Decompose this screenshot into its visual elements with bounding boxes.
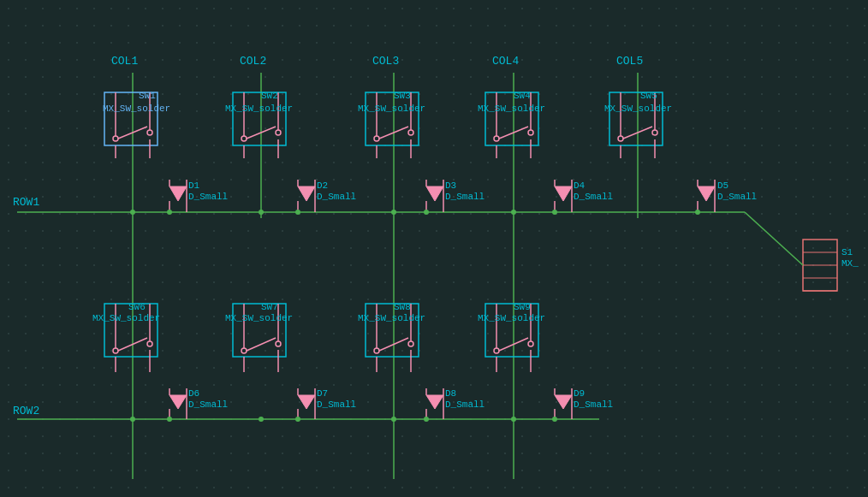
svg-point-33 <box>528 130 533 135</box>
row1-label: ROW1 <box>13 196 39 209</box>
sw3-model-label: MX_SW_solder <box>358 104 425 114</box>
svg-line-93 <box>247 338 276 351</box>
schematic-canvas: COL1 COL2 COL3 COL4 COL5 ROW1 ROW2 SW1 M… <box>0 0 868 497</box>
svg-point-155 <box>511 417 516 422</box>
svg-point-152 <box>130 417 135 422</box>
svg-point-154 <box>391 417 396 422</box>
svg-point-32 <box>494 136 499 141</box>
svg-point-74 <box>552 210 557 215</box>
svg-point-16 <box>241 136 247 141</box>
d2-model-label: D_Small <box>317 192 356 202</box>
switch-sw1[interactable] <box>104 92 158 158</box>
sw2-model-label: MX_SW_solder <box>225 104 293 114</box>
sw4-ref-label: SW4 <box>514 91 531 101</box>
switch-sw4[interactable] <box>485 92 538 158</box>
svg-marker-47 <box>169 186 187 201</box>
d5-ref-label: D5 <box>717 180 728 191</box>
switch-sw2[interactable] <box>233 92 286 158</box>
sw2-ref-label: SW2 <box>261 91 278 101</box>
svg-point-127 <box>295 417 300 422</box>
sw9-ref-label: SW9 <box>514 302 531 312</box>
svg-point-8 <box>113 136 118 141</box>
svg-marker-121 <box>298 395 315 409</box>
col4-label: COL4 <box>492 55 519 68</box>
svg-marker-61 <box>426 186 443 201</box>
svg-point-148 <box>130 210 135 215</box>
row2-label: ROW2 <box>13 405 39 417</box>
d1-ref-label: D1 <box>188 180 200 191</box>
sw5-ref-label: SW5 <box>640 91 657 101</box>
svg-point-67 <box>424 210 429 215</box>
svg-point-92 <box>276 341 281 346</box>
d1-model-label: D_Small <box>188 192 228 202</box>
svg-point-60 <box>295 210 300 215</box>
svg-point-40 <box>618 136 623 141</box>
sw6-ref-label: SW6 <box>128 302 146 312</box>
sw3-ref-label: SW3 <box>394 91 411 101</box>
svg-point-134 <box>424 417 429 422</box>
d3-model-label: D_Small <box>445 192 485 202</box>
sw8-ref-label: SW8 <box>394 302 411 312</box>
sw1-model-label: MX_SW_solder <box>103 104 170 114</box>
schematic-svg: COL1 COL2 COL3 COL4 COL5 ROW1 ROW2 SW1 M… <box>0 0 868 497</box>
diode-d6[interactable] <box>167 388 187 422</box>
svg-marker-114 <box>169 395 187 409</box>
d8-ref-label: D8 <box>445 388 456 399</box>
diode-d5[interactable] <box>695 180 715 215</box>
svg-point-41 <box>652 130 657 135</box>
svg-point-81 <box>695 210 700 215</box>
d9-ref-label: D9 <box>574 388 585 399</box>
svg-marker-135 <box>555 395 572 409</box>
svg-line-147 <box>745 212 803 265</box>
diode-d7[interactable] <box>295 388 315 422</box>
d6-ref-label: D6 <box>188 388 199 399</box>
svg-point-9 <box>147 130 152 135</box>
svg-point-151 <box>511 210 516 215</box>
svg-point-91 <box>241 348 247 353</box>
svg-marker-128 <box>426 395 443 409</box>
connector-s1[interactable] <box>803 240 837 291</box>
diode-d2[interactable] <box>295 180 315 215</box>
d4-ref-label: D4 <box>574 180 586 191</box>
svg-point-108 <box>528 341 533 346</box>
d4-model-label: D_Small <box>574 192 613 202</box>
col1-label: COL1 <box>111 55 138 68</box>
diode-d4[interactable] <box>552 180 572 215</box>
sw9-model-label: MX_SW_solder <box>478 313 545 323</box>
svg-marker-68 <box>555 186 572 201</box>
d7-model-label: D_Small <box>317 399 356 410</box>
d5-model-label: D_Small <box>717 192 757 202</box>
d8-model-label: D_Small <box>445 399 485 410</box>
s1-ref-label: S1 <box>841 247 853 257</box>
switch-sw3[interactable] <box>366 92 419 158</box>
diode-d9[interactable] <box>552 388 572 422</box>
svg-point-84 <box>147 341 152 346</box>
diode-d8[interactable] <box>424 388 443 422</box>
sw6-model-label: MX_SW_solder <box>92 313 160 323</box>
col5-label: COL5 <box>616 55 643 68</box>
d2-ref-label: D2 <box>317 180 328 191</box>
svg-point-120 <box>167 417 172 422</box>
sw8-model-label: MX_SW_solder <box>358 313 425 323</box>
s1-model-label: MX_ <box>841 258 859 269</box>
svg-point-107 <box>494 348 499 353</box>
col3-label: COL3 <box>372 55 399 68</box>
diode-d3[interactable] <box>424 180 443 215</box>
diode-d1[interactable] <box>167 180 187 215</box>
svg-point-149 <box>259 210 264 215</box>
col2-label: COL2 <box>240 55 266 68</box>
svg-point-83 <box>113 348 118 353</box>
svg-marker-75 <box>698 186 715 201</box>
switch-sw5[interactable] <box>609 92 663 158</box>
d9-model-label: D_Small <box>574 399 613 410</box>
svg-point-53 <box>167 210 172 215</box>
svg-point-150 <box>391 210 396 215</box>
sw7-model-label: MX_SW_solder <box>225 313 293 323</box>
svg-point-99 <box>374 348 379 353</box>
d6-model-label: D_Small <box>188 399 228 410</box>
svg-point-25 <box>408 130 413 135</box>
d3-ref-label: D3 <box>445 180 456 191</box>
svg-point-24 <box>374 136 379 141</box>
sw4-model-label: MX_SW_solder <box>478 104 545 114</box>
svg-point-17 <box>276 130 281 135</box>
